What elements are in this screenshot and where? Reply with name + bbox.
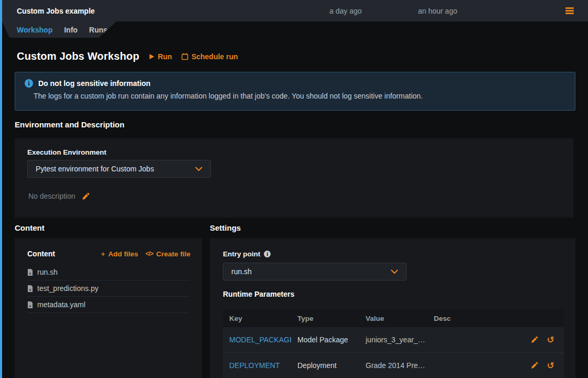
file-list: run.sh test_predictions.py metadata.yaml bbox=[27, 264, 189, 313]
info-icon[interactable]: i bbox=[264, 251, 271, 257]
settings-section-title: Settings bbox=[210, 223, 241, 232]
file-item[interactable]: test_predictions.py bbox=[27, 280, 189, 297]
chevron-down-icon bbox=[391, 269, 398, 274]
info-banner: i Do not log sensitive information The l… bbox=[15, 72, 575, 111]
hamburger-icon bbox=[565, 10, 574, 12]
runtime-parameters-table: Key Type Value Desc MODEL_PACKAGE Model … bbox=[223, 309, 564, 378]
content-panel-title: Content bbox=[27, 250, 55, 258]
hamburger-icon bbox=[565, 13, 574, 14]
last-modified-time: an hour ago bbox=[418, 7, 457, 15]
tab-workshop[interactable]: Workshop bbox=[17, 26, 52, 34]
param-type: Model Package bbox=[291, 336, 359, 344]
run-button[interactable]: Run bbox=[149, 52, 172, 61]
file-name: metadata.yaml bbox=[37, 300, 85, 309]
tab-info[interactable]: Info bbox=[64, 26, 78, 34]
table-header-row: Key Type Value Desc bbox=[223, 309, 564, 327]
file-icon bbox=[27, 269, 33, 276]
content-section-title: Content bbox=[15, 223, 45, 232]
banner-title: Do not log sensitive information bbox=[38, 79, 151, 88]
param-key-link[interactable]: MODEL_PACKAGE bbox=[223, 336, 291, 344]
column-header-type: Type bbox=[291, 315, 359, 322]
file-name: test_predictions.py bbox=[37, 284, 99, 293]
param-type: Deployment bbox=[291, 361, 359, 370]
environment-select[interactable]: Pytest environment for Custom Jobs bbox=[27, 160, 211, 178]
file-icon bbox=[27, 285, 33, 292]
file-icon bbox=[27, 301, 33, 308]
environment-panel: Execution Environment Pytest environment… bbox=[15, 138, 573, 218]
entry-point-select[interactable]: run.sh bbox=[223, 263, 407, 280]
file-name: run.sh bbox=[37, 268, 58, 276]
param-value: Grade 2014 Pre… bbox=[359, 361, 427, 370]
environment-section-title: Environment and Description bbox=[15, 120, 124, 129]
create-file-label: Create file bbox=[156, 250, 190, 258]
run-button-label: Run bbox=[158, 52, 172, 61]
reset-param-button[interactable]: ↺ bbox=[547, 361, 554, 370]
add-files-button[interactable]: + Add files bbox=[101, 250, 138, 258]
tab-strip: Workshop Info Runs bbox=[2, 21, 116, 38]
hamburger-icon bbox=[565, 7, 574, 9]
file-item[interactable]: metadata.yaml bbox=[27, 297, 189, 313]
environment-select-value: Pytest environment for Custom Jobs bbox=[36, 165, 154, 173]
info-icon: i bbox=[25, 79, 33, 88]
table-row: DEPLOYMENT Deployment Grade 2014 Pre… ↺ bbox=[223, 353, 564, 378]
chevron-down-icon bbox=[195, 167, 202, 171]
settings-panel: Entry point i run.sh Runtime Parameters … bbox=[210, 238, 575, 378]
undo-icon: ↺ bbox=[547, 336, 554, 344]
banner-body: The logs for a custom job run contain an… bbox=[34, 92, 423, 100]
plus-icon: + bbox=[101, 250, 105, 258]
runtime-parameters-title: Runtime Parameters bbox=[223, 290, 294, 298]
schedule-run-button[interactable]: Schedule run bbox=[181, 52, 238, 61]
code-icon: </> bbox=[145, 250, 153, 257]
pencil-icon bbox=[82, 192, 90, 200]
top-bar: Custom Jobs example a day ago an hour ag… bbox=[0, 0, 588, 21]
table-row: MODEL_PACKAGE Model Package juniors_3_ye… bbox=[223, 327, 564, 353]
undo-icon: ↺ bbox=[547, 361, 554, 370]
page-title-row: Custom Jobs Workshop Run Schedule run bbox=[17, 50, 238, 62]
schedule-run-label: Schedule run bbox=[191, 52, 238, 61]
pencil-icon bbox=[531, 336, 538, 343]
left-accent-strip bbox=[0, 0, 2, 378]
execution-environment-label: Execution Environment bbox=[27, 148, 106, 156]
last-run-time: a day ago bbox=[329, 7, 362, 15]
page-title: Custom Jobs Workshop bbox=[17, 50, 140, 62]
edit-param-button[interactable] bbox=[531, 336, 538, 343]
file-item[interactable]: run.sh bbox=[27, 264, 189, 280]
menu-button[interactable] bbox=[565, 6, 574, 15]
play-icon bbox=[149, 53, 155, 60]
description-placeholder: No description bbox=[28, 192, 76, 200]
edit-description-button[interactable] bbox=[82, 192, 90, 200]
edit-param-button[interactable] bbox=[531, 362, 538, 369]
pencil-icon bbox=[531, 362, 538, 369]
param-key-link[interactable]: DEPLOYMENT bbox=[223, 361, 291, 370]
add-files-label: Add files bbox=[108, 250, 138, 258]
content-panel: Content + Add files </> Create file run.… bbox=[15, 238, 202, 378]
reset-param-button[interactable]: ↺ bbox=[547, 336, 554, 344]
param-value: juniors_3_year_… bbox=[359, 336, 427, 344]
app-title: Custom Jobs example bbox=[17, 7, 95, 15]
entry-point-label: Entry point bbox=[223, 250, 260, 258]
column-header-desc: Desc bbox=[427, 315, 496, 322]
create-file-button[interactable]: </> Create file bbox=[145, 250, 190, 258]
column-header-key: Key bbox=[223, 315, 291, 322]
tab-runs[interactable]: Runs bbox=[89, 26, 108, 34]
entry-point-value: run.sh bbox=[231, 267, 252, 276]
calendar-icon bbox=[181, 53, 188, 60]
column-header-value: Value bbox=[359, 315, 427, 322]
